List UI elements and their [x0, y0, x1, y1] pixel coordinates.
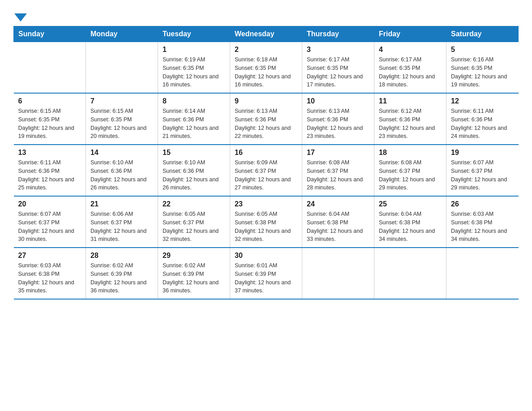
day-info: Sunrise: 6:07 AMSunset: 6:37 PMDaylight:…: [451, 158, 514, 192]
day-number: 12: [451, 97, 514, 105]
calendar-cell: 8Sunrise: 6:14 AMSunset: 6:36 PMDaylight…: [158, 93, 230, 145]
day-info: Sunrise: 6:14 AMSunset: 6:36 PMDaylight:…: [163, 107, 225, 141]
header-cell-tuesday: Tuesday: [158, 26, 230, 42]
calendar-cell: 25Sunrise: 6:04 AMSunset: 6:38 PMDayligh…: [374, 196, 446, 248]
day-info: Sunrise: 6:17 AMSunset: 6:35 PMDaylight:…: [307, 56, 369, 89]
day-number: 19: [451, 149, 514, 157]
calendar-cell: 6Sunrise: 6:15 AMSunset: 6:35 PMDaylight…: [14, 93, 86, 145]
calendar-week-5: 27Sunrise: 6:03 AMSunset: 6:38 PMDayligh…: [14, 248, 519, 299]
day-info: Sunrise: 6:16 AMSunset: 6:35 PMDaylight:…: [451, 56, 514, 89]
day-info: Sunrise: 6:17 AMSunset: 6:35 PMDaylight:…: [379, 56, 442, 89]
day-info: Sunrise: 6:04 AMSunset: 6:38 PMDaylight:…: [307, 210, 369, 244]
calendar-cell: 9Sunrise: 6:13 AMSunset: 6:36 PMDaylight…: [230, 93, 302, 145]
calendar-cell: 15Sunrise: 6:10 AMSunset: 6:36 PMDayligh…: [158, 145, 230, 196]
day-info: Sunrise: 6:10 AMSunset: 6:36 PMDaylight:…: [163, 158, 225, 192]
day-info: Sunrise: 6:02 AMSunset: 6:39 PMDaylight:…: [163, 261, 225, 295]
day-info: Sunrise: 6:19 AMSunset: 6:35 PMDaylight:…: [163, 56, 225, 89]
calendar-cell: 20Sunrise: 6:07 AMSunset: 6:37 PMDayligh…: [14, 196, 86, 248]
calendar-cell: 2Sunrise: 6:18 AMSunset: 6:35 PMDaylight…: [230, 42, 302, 94]
day-number: 14: [90, 149, 153, 157]
calendar-cell: 13Sunrise: 6:11 AMSunset: 6:36 PMDayligh…: [14, 145, 86, 196]
day-number: 9: [235, 97, 297, 105]
day-number: 23: [235, 200, 297, 208]
day-info: Sunrise: 6:01 AMSunset: 6:39 PMDaylight:…: [235, 261, 297, 295]
day-number: 7: [90, 97, 153, 105]
calendar-cell: 11Sunrise: 6:12 AMSunset: 6:36 PMDayligh…: [374, 93, 446, 145]
header-cell-thursday: Thursday: [302, 26, 374, 42]
calendar-cell: 10Sunrise: 6:13 AMSunset: 6:36 PMDayligh…: [302, 93, 374, 145]
calendar-cell: 30Sunrise: 6:01 AMSunset: 6:39 PMDayligh…: [230, 248, 302, 299]
day-number: 1: [163, 46, 225, 54]
day-number: 10: [307, 97, 369, 105]
header-cell-sunday: Sunday: [14, 26, 86, 42]
calendar-cell: [374, 248, 446, 299]
header-cell-monday: Monday: [86, 26, 158, 42]
day-number: 22: [163, 200, 225, 208]
day-number: 8: [163, 97, 225, 105]
day-number: 16: [235, 149, 297, 157]
calendar-cell: 22Sunrise: 6:05 AMSunset: 6:37 PMDayligh…: [158, 196, 230, 248]
day-number: 3: [307, 46, 369, 54]
calendar-body: 1Sunrise: 6:19 AMSunset: 6:35 PMDaylight…: [14, 42, 519, 300]
calendar-cell: 26Sunrise: 6:03 AMSunset: 6:38 PMDayligh…: [446, 196, 519, 248]
page-header: [13, 9, 519, 21]
calendar-cell: [302, 248, 374, 299]
header-cell-wednesday: Wednesday: [230, 26, 302, 42]
header-cell-saturday: Saturday: [446, 26, 519, 42]
calendar-week-4: 20Sunrise: 6:07 AMSunset: 6:37 PMDayligh…: [14, 196, 519, 248]
calendar-cell: 12Sunrise: 6:11 AMSunset: 6:36 PMDayligh…: [446, 93, 519, 145]
day-number: 15: [163, 149, 225, 157]
day-number: 6: [18, 97, 82, 105]
calendar-cell: 18Sunrise: 6:08 AMSunset: 6:37 PMDayligh…: [374, 145, 446, 196]
day-info: Sunrise: 6:05 AMSunset: 6:37 PMDaylight:…: [163, 210, 225, 244]
calendar-cell: 19Sunrise: 6:07 AMSunset: 6:37 PMDayligh…: [446, 145, 519, 196]
day-number: 13: [18, 149, 82, 157]
calendar-week-2: 6Sunrise: 6:15 AMSunset: 6:35 PMDaylight…: [14, 93, 519, 145]
calendar-cell: 7Sunrise: 6:15 AMSunset: 6:35 PMDaylight…: [86, 93, 158, 145]
day-info: Sunrise: 6:15 AMSunset: 6:35 PMDaylight:…: [90, 107, 153, 141]
calendar-cell: 29Sunrise: 6:02 AMSunset: 6:39 PMDayligh…: [158, 248, 230, 299]
calendar-cell: 5Sunrise: 6:16 AMSunset: 6:35 PMDaylight…: [446, 42, 519, 94]
calendar-cell: 17Sunrise: 6:08 AMSunset: 6:37 PMDayligh…: [302, 145, 374, 196]
day-info: Sunrise: 6:02 AMSunset: 6:39 PMDaylight:…: [90, 261, 153, 295]
day-info: Sunrise: 6:05 AMSunset: 6:38 PMDaylight:…: [235, 210, 297, 244]
day-info: Sunrise: 6:06 AMSunset: 6:37 PMDaylight:…: [90, 210, 153, 244]
day-info: Sunrise: 6:18 AMSunset: 6:35 PMDaylight:…: [235, 56, 297, 89]
calendar-week-3: 13Sunrise: 6:11 AMSunset: 6:36 PMDayligh…: [14, 145, 519, 196]
calendar-header: SundayMondayTuesdayWednesdayThursdayFrid…: [14, 26, 519, 42]
calendar-cell: [14, 42, 86, 94]
day-info: Sunrise: 6:13 AMSunset: 6:36 PMDaylight:…: [307, 107, 369, 141]
calendar-cell: [86, 42, 158, 94]
day-number: 20: [18, 200, 82, 208]
day-number: 21: [90, 200, 153, 208]
calendar-cell: 3Sunrise: 6:17 AMSunset: 6:35 PMDaylight…: [302, 42, 374, 94]
day-number: 4: [379, 46, 442, 54]
day-info: Sunrise: 6:03 AMSunset: 6:38 PMDaylight:…: [18, 261, 82, 295]
header-row: SundayMondayTuesdayWednesdayThursdayFrid…: [14, 26, 519, 42]
calendar-cell: 21Sunrise: 6:06 AMSunset: 6:37 PMDayligh…: [86, 196, 158, 248]
day-number: 25: [379, 200, 442, 208]
logo: [13, 9, 27, 21]
day-info: Sunrise: 6:15 AMSunset: 6:35 PMDaylight:…: [18, 107, 82, 141]
day-number: 11: [379, 97, 442, 105]
day-info: Sunrise: 6:11 AMSunset: 6:36 PMDaylight:…: [451, 107, 514, 141]
calendar-cell: 16Sunrise: 6:09 AMSunset: 6:37 PMDayligh…: [230, 145, 302, 196]
calendar-cell: 27Sunrise: 6:03 AMSunset: 6:38 PMDayligh…: [14, 248, 86, 299]
day-info: Sunrise: 6:11 AMSunset: 6:36 PMDaylight:…: [18, 158, 82, 192]
day-info: Sunrise: 6:12 AMSunset: 6:36 PMDaylight:…: [379, 107, 442, 141]
day-number: 29: [163, 252, 225, 260]
logo-blue-part: [13, 13, 27, 21]
calendar-cell: [446, 248, 519, 299]
calendar-cell: 23Sunrise: 6:05 AMSunset: 6:38 PMDayligh…: [230, 196, 302, 248]
day-number: 27: [18, 252, 82, 260]
day-number: 24: [307, 200, 369, 208]
day-number: 17: [307, 149, 369, 157]
calendar-cell: 28Sunrise: 6:02 AMSunset: 6:39 PMDayligh…: [86, 248, 158, 299]
day-info: Sunrise: 6:04 AMSunset: 6:38 PMDaylight:…: [379, 210, 442, 244]
day-info: Sunrise: 6:10 AMSunset: 6:36 PMDaylight:…: [90, 158, 153, 192]
calendar-week-1: 1Sunrise: 6:19 AMSunset: 6:35 PMDaylight…: [14, 42, 519, 94]
day-number: 2: [235, 46, 297, 54]
calendar-cell: 1Sunrise: 6:19 AMSunset: 6:35 PMDaylight…: [158, 42, 230, 94]
logo-arrow-icon: [14, 13, 27, 21]
header-cell-friday: Friday: [374, 26, 446, 42]
